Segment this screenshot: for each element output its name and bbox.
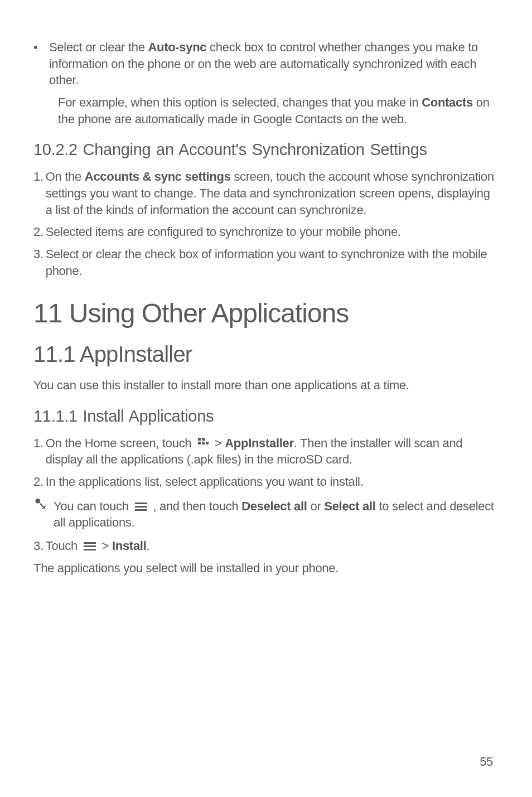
num-text: Select or clear the check box of informa… [46, 246, 499, 279]
num-text: Touch > Install. [46, 538, 499, 554]
note-text: You can touch , and then touch Deselect … [54, 498, 499, 531]
text: On the Home screen, touch [46, 436, 195, 450]
body-text: You can use this installer to install mo… [33, 377, 499, 394]
svg-rect-4 [206, 442, 209, 445]
text: > [215, 436, 225, 450]
num-marker: 3. [33, 538, 43, 554]
bullet-marker: • [33, 39, 49, 89]
num-marker: 2. [33, 474, 43, 490]
menu-icon [84, 538, 96, 547]
bold-term: Install [112, 539, 146, 553]
text: . [146, 539, 149, 553]
text: You can touch [54, 499, 132, 513]
heading-1: 11 Using Other Applications [33, 298, 499, 329]
svg-rect-3 [202, 442, 205, 445]
num-marker: 1. [33, 435, 43, 468]
svg-point-5 [35, 499, 40, 504]
heading-3: 10.2.2 Changing an Account's Synchroniza… [33, 139, 499, 161]
bullet-text: Select or clear the Auto-sync check box … [49, 39, 499, 89]
text: For example, when this option is selecte… [58, 95, 422, 109]
text: or [307, 499, 325, 513]
bold-term: Accounts & sync settings [85, 170, 231, 183]
note-row: You can touch , and then touch Deselect … [33, 498, 499, 531]
text: , and then touch [153, 499, 241, 513]
svg-rect-11 [84, 549, 96, 550]
menu-icon [135, 499, 147, 508]
body-text: The applications you select will be inst… [33, 560, 499, 577]
num-text: Selected items are configured to synchro… [46, 224, 499, 240]
num-marker: 1. [33, 168, 43, 218]
numbered-item: 2. In the applications list, select appl… [33, 474, 499, 490]
svg-rect-0 [198, 438, 201, 441]
numbered-item: 1. On the Accounts & sync settings scree… [33, 168, 499, 218]
svg-rect-7 [135, 506, 147, 508]
svg-rect-2 [198, 442, 201, 445]
numbered-item: 3. Select or clear the check box of info… [33, 246, 499, 279]
apps-grid-icon [197, 436, 209, 447]
num-marker: 3. [33, 246, 43, 279]
svg-rect-1 [202, 438, 205, 441]
num-text: On the Accounts & sync settings screen, … [46, 168, 499, 218]
num-text: On the Home screen, touch > AppInstaller… [46, 435, 499, 468]
svg-rect-8 [135, 509, 147, 511]
svg-rect-10 [84, 545, 96, 547]
svg-rect-9 [84, 542, 96, 544]
text: On the [46, 170, 85, 183]
text: Touch [46, 539, 81, 553]
note-tip-icon [33, 498, 50, 515]
bullet-item: • Select or clear the Auto-sync check bo… [33, 39, 499, 89]
svg-rect-6 [135, 503, 147, 504]
bold-term: Contacts [422, 95, 473, 109]
bold-term: Auto-sync [148, 40, 206, 54]
text: Select or clear the [49, 40, 148, 54]
num-marker: 2. [33, 224, 43, 240]
numbered-item: 2. Selected items are configured to sync… [33, 224, 499, 240]
text: > [102, 539, 112, 553]
heading-2: 11.1 AppInstaller [33, 342, 499, 367]
bold-term: Deselect all [241, 499, 307, 513]
page-number: 55 [480, 755, 493, 769]
bold-term: Select all [324, 499, 375, 513]
sub-paragraph: For example, when this option is selecte… [58, 94, 499, 127]
numbered-item: 3. Touch > Install. [33, 538, 499, 554]
num-text: In the applications list, select applica… [46, 474, 499, 490]
numbered-item: 1. On the Home screen, touch > AppInstal… [33, 435, 499, 468]
heading-3: 11.1.1 Install Applications [33, 406, 499, 427]
bold-term: AppInstaller [225, 436, 294, 450]
